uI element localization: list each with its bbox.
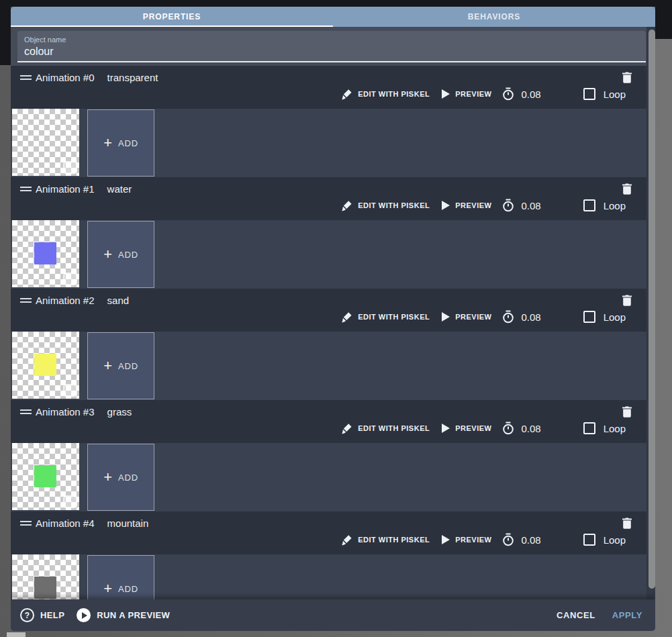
edit-with-piskel-button[interactable]: EDIT WITH PISKEL xyxy=(341,311,430,323)
stopwatch-icon xyxy=(501,422,515,435)
loop-checkbox[interactable] xyxy=(583,88,595,100)
loop-control: Loop xyxy=(583,422,626,434)
plus-icon: + xyxy=(103,136,112,150)
stopwatch-icon xyxy=(501,87,515,101)
add-frame-label: ADD xyxy=(118,473,138,483)
frame-thumbnail[interactable] xyxy=(12,554,79,599)
tab-behaviors[interactable]: BEHAVIORS xyxy=(333,7,655,27)
animation-title: Animation #4 xyxy=(36,518,95,529)
frame-time-control[interactable]: 0.08 xyxy=(501,533,540,546)
frame-magnifier-overlay xyxy=(63,161,77,174)
frame-time-control[interactable]: 0.08 xyxy=(501,422,540,435)
edit-with-piskel-button[interactable]: EDIT WITH PISKEL xyxy=(341,423,430,434)
add-frame-label: ADD xyxy=(118,250,138,260)
play-circle-icon xyxy=(77,608,91,622)
stopwatch-icon xyxy=(501,310,515,324)
preview-label: PREVIEW xyxy=(455,313,491,321)
animation-name-value[interactable]: sand xyxy=(107,295,130,306)
plus-icon: + xyxy=(103,581,112,596)
play-icon xyxy=(442,535,450,544)
frame-time-control[interactable]: 0.08 xyxy=(501,310,540,324)
drag-handle-icon[interactable] xyxy=(20,521,32,526)
loop-control: Loop xyxy=(583,311,626,323)
loop-label: Loop xyxy=(604,89,626,100)
preview-button[interactable]: PREVIEW xyxy=(442,424,491,433)
frame-thumbnail[interactable] xyxy=(12,109,79,176)
delete-animation-button[interactable] xyxy=(620,292,634,308)
add-frame-button[interactable]: + ADD xyxy=(87,555,154,599)
brush-icon xyxy=(341,200,352,211)
trash-icon xyxy=(622,405,632,418)
delete-animation-button[interactable] xyxy=(620,515,634,531)
edit-with-piskel-label: EDIT WITH PISKEL xyxy=(358,424,430,432)
delete-animation-button[interactable] xyxy=(620,403,634,420)
animation-name-value[interactable]: mountain xyxy=(107,518,149,529)
scrollbar-thumb[interactable] xyxy=(649,30,655,589)
preview-label: PREVIEW xyxy=(455,536,491,544)
edit-with-piskel-button[interactable]: EDIT WITH PISKEL xyxy=(341,200,430,211)
preview-button[interactable]: PREVIEW xyxy=(442,201,491,210)
animation-name-value[interactable]: grass xyxy=(107,406,132,418)
add-frame-button[interactable]: + ADD xyxy=(87,221,154,288)
drag-handle-icon[interactable] xyxy=(20,75,32,80)
animation-title: Animation #0 xyxy=(36,72,95,83)
loop-checkbox[interactable] xyxy=(583,311,595,323)
add-frame-button[interactable]: + ADD xyxy=(87,444,154,511)
animation-name-value[interactable]: transparent xyxy=(107,72,158,83)
add-frame-label: ADD xyxy=(118,361,138,371)
play-icon xyxy=(442,201,450,210)
animation-section: Animation #0 transparent EDIT WITH PISKE… xyxy=(11,66,646,177)
apply-button[interactable]: APPLY xyxy=(612,610,642,620)
help-button[interactable]: ? HELP xyxy=(20,608,64,622)
frame-time-control[interactable]: 0.08 xyxy=(501,87,540,101)
add-frame-button[interactable]: + ADD xyxy=(87,109,154,177)
frame-color-square xyxy=(34,242,56,264)
loop-control: Loop xyxy=(583,534,626,546)
frames-strip: + ADD xyxy=(11,443,646,511)
drag-handle-icon[interactable] xyxy=(20,187,32,191)
object-name-field[interactable]: Object name colour xyxy=(17,31,646,62)
frames-strip: + ADD xyxy=(11,220,646,289)
plus-icon: + xyxy=(103,247,112,262)
run-preview-button[interactable]: RUN A PREVIEW xyxy=(77,608,170,622)
drag-handle-icon[interactable] xyxy=(20,298,32,303)
frame-time-value[interactable]: 0.08 xyxy=(521,200,540,211)
drag-handle-icon[interactable] xyxy=(20,409,32,414)
object-name-value[interactable]: colour xyxy=(24,46,646,58)
help-icon: ? xyxy=(20,608,34,622)
frame-thumbnail[interactable] xyxy=(12,443,79,510)
cancel-button[interactable]: CANCEL xyxy=(557,610,595,620)
frame-time-value[interactable]: 0.08 xyxy=(521,534,540,546)
frame-time-control[interactable]: 0.08 xyxy=(501,199,540,212)
animation-name-value[interactable]: water xyxy=(107,183,132,195)
animation-title: Animation #1 xyxy=(36,183,95,195)
trash-icon xyxy=(622,71,632,83)
brush-icon xyxy=(341,311,352,323)
tab-properties[interactable]: PROPERTIES xyxy=(11,7,333,27)
animation-title: Animation #3 xyxy=(36,406,95,418)
preview-button[interactable]: PREVIEW xyxy=(442,535,491,544)
edit-with-piskel-label: EDIT WITH PISKEL xyxy=(358,201,430,209)
background-corner-chip xyxy=(7,632,26,637)
brush-icon xyxy=(341,89,352,100)
frame-time-value[interactable]: 0.08 xyxy=(521,423,540,434)
edit-with-piskel-button[interactable]: EDIT WITH PISKEL xyxy=(341,89,430,100)
plus-icon: + xyxy=(103,358,112,373)
loop-checkbox[interactable] xyxy=(583,534,595,546)
loop-checkbox[interactable] xyxy=(583,199,595,211)
dialog-tab-bar: PROPERTIES BEHAVIORS xyxy=(11,7,655,27)
delete-animation-button[interactable] xyxy=(620,69,634,85)
add-frame-button[interactable]: + ADD xyxy=(87,332,154,399)
preview-button[interactable]: PREVIEW xyxy=(442,312,491,322)
loop-checkbox[interactable] xyxy=(583,422,595,434)
frame-thumbnail[interactable] xyxy=(12,332,79,399)
animations-list: Animation #0 transparent EDIT WITH PISKE… xyxy=(11,66,646,599)
edit-with-piskel-button[interactable]: EDIT WITH PISKEL xyxy=(341,534,430,546)
delete-animation-button[interactable] xyxy=(620,181,634,197)
loop-label: Loop xyxy=(604,423,626,434)
dialog-scroll-area: Object name colour Animation #0 transpar… xyxy=(11,27,655,599)
frame-time-value[interactable]: 0.08 xyxy=(521,89,540,100)
preview-button[interactable]: PREVIEW xyxy=(442,89,491,99)
frame-thumbnail[interactable] xyxy=(12,220,79,287)
frame-time-value[interactable]: 0.08 xyxy=(521,311,540,323)
